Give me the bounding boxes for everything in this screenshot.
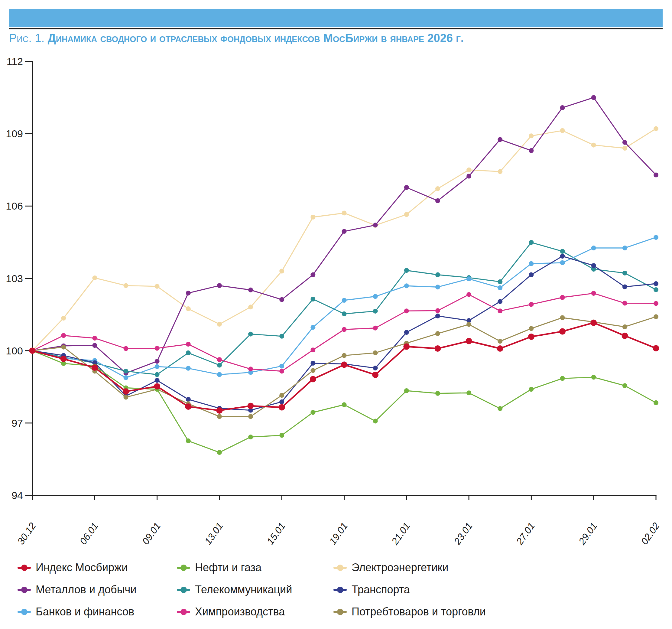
data-point [529, 148, 533, 153]
data-point [622, 325, 627, 329]
data-point [591, 320, 597, 326]
legend-label: Металлов и добычи [36, 583, 136, 596]
data-point [186, 439, 191, 443]
data-point [466, 276, 471, 281]
data-point [310, 325, 315, 330]
data-point [622, 246, 627, 250]
data-point [279, 399, 284, 404]
data-point [498, 339, 502, 344]
legend-label: Потребтоваров и торговли [352, 605, 486, 618]
data-point [653, 314, 658, 319]
data-point [498, 308, 502, 313]
data-point [653, 281, 658, 286]
data-point [373, 350, 378, 355]
data-point [155, 364, 160, 369]
data-point [279, 404, 285, 411]
data-point [123, 283, 128, 288]
data-point [342, 298, 347, 303]
data-point [653, 126, 658, 131]
legend-item: Химпроизводства [177, 605, 333, 618]
data-point [279, 334, 284, 339]
data-point [248, 287, 253, 293]
data-point [342, 210, 347, 215]
legend-item: Телекоммуникаций [177, 583, 333, 596]
data-point [29, 347, 36, 354]
x-tick-label: 15.01 [265, 520, 287, 546]
data-point [279, 364, 284, 369]
data-point [342, 327, 347, 332]
data-point [435, 273, 440, 277]
data-point [248, 304, 253, 309]
x-tick-label: 09.01 [140, 520, 163, 546]
data-point [434, 345, 441, 352]
data-point [373, 326, 378, 330]
data-point [123, 369, 128, 373]
data-point [404, 212, 409, 217]
data-point [248, 332, 253, 336]
data-point [154, 383, 160, 390]
data-point [248, 435, 253, 439]
data-point [279, 297, 284, 302]
data-point [155, 284, 160, 289]
y-tick-label: 103 [6, 273, 23, 284]
data-point [248, 414, 253, 419]
data-point [529, 273, 533, 277]
data-point [622, 284, 627, 289]
y-tick-label: 100 [6, 345, 23, 356]
data-point [217, 372, 222, 377]
legend-label: Индекс Мосбиржи [36, 561, 127, 574]
data-point [404, 283, 409, 288]
data-point [559, 328, 566, 334]
data-point [591, 291, 596, 296]
data-point [404, 268, 409, 273]
data-point [342, 402, 347, 407]
x-tick-label: 19.01 [327, 520, 350, 546]
data-point [498, 169, 502, 174]
data-point [373, 294, 378, 299]
data-point [217, 357, 222, 362]
data-point [342, 353, 347, 358]
data-point [216, 407, 222, 414]
data-point [186, 397, 191, 402]
data-point [310, 376, 316, 382]
legend-label: Банков и финансов [36, 605, 134, 618]
data-point [279, 369, 284, 373]
data-point [591, 375, 596, 379]
x-tick-label: 13.01 [202, 520, 225, 546]
data-point [528, 333, 534, 340]
data-point [466, 173, 471, 179]
data-point [217, 322, 222, 327]
legend-marker-icon [177, 605, 190, 618]
data-point [560, 376, 565, 381]
data-point [248, 367, 253, 371]
data-point [61, 356, 67, 362]
data-point [123, 388, 129, 395]
legend-item: Металлов и добычи [18, 583, 177, 596]
legend-label: Химпроизводства [195, 605, 285, 618]
legend-marker-icon [177, 583, 190, 596]
data-point [466, 322, 471, 327]
x-tick-label: 06.01 [78, 520, 100, 546]
data-point [310, 368, 315, 373]
data-point [560, 254, 565, 259]
data-point [403, 344, 410, 350]
data-point [653, 235, 658, 240]
data-point [92, 343, 97, 348]
data-point [404, 308, 409, 313]
legend-item: Электроэнергетики [333, 561, 521, 574]
data-point [186, 306, 191, 311]
data-point [466, 167, 471, 172]
y-tick-label: 109 [6, 128, 23, 139]
data-point [342, 229, 347, 234]
data-point [186, 366, 191, 371]
data-point [217, 450, 222, 455]
data-point [373, 223, 378, 227]
data-point [529, 133, 533, 138]
data-point [279, 393, 284, 398]
data-point [560, 315, 565, 320]
data-point [186, 290, 191, 296]
data-point [622, 301, 627, 306]
data-point [310, 215, 315, 219]
data-point [653, 345, 659, 351]
data-point [560, 295, 565, 300]
